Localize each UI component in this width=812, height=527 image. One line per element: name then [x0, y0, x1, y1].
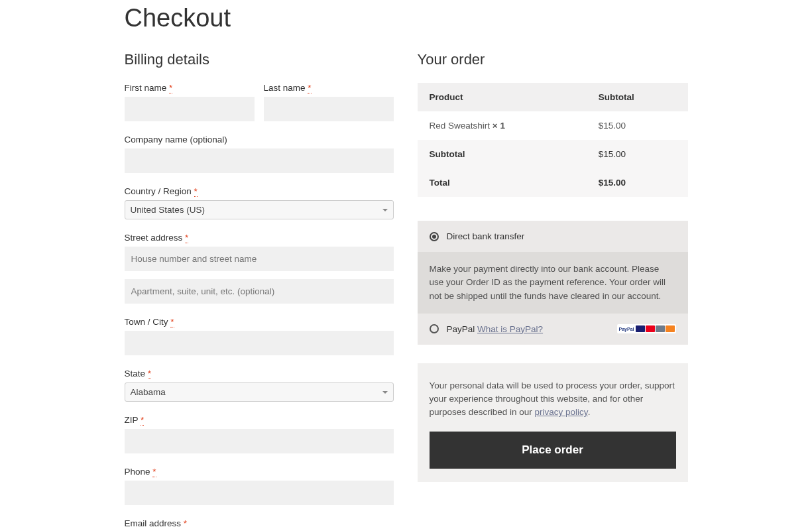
radio-icon[interactable] — [430, 232, 439, 241]
table-row: Red Sweatshirt × 1 $15.00 — [418, 111, 688, 140]
order-section: Your order Product Subtotal Red Sweatshi… — [418, 51, 688, 527]
street-field[interactable] — [125, 247, 394, 271]
state-label: State * — [125, 369, 394, 379]
place-order-button[interactable]: Place order — [430, 432, 676, 469]
payment-option-bank[interactable]: Direct bank transfer — [418, 221, 688, 252]
privacy-policy-link[interactable]: privacy policy — [535, 407, 588, 417]
radio-icon[interactable] — [430, 324, 439, 333]
country-select[interactable]: United States (US) — [125, 200, 394, 219]
payment-option-paypal[interactable]: PayPal What is PayPal? PayPal — [418, 314, 688, 345]
what-is-paypal-link[interactable]: What is PayPal? — [477, 324, 543, 334]
order-table: Product Subtotal Red Sweatshirt × 1 $15.… — [418, 83, 688, 197]
col-product: Product — [418, 83, 587, 111]
privacy-text: Your personal data will be used to proce… — [430, 379, 676, 420]
order-heading: Your order — [418, 51, 688, 68]
required-asterisk: * — [184, 518, 187, 527]
first-name-field[interactable] — [125, 97, 255, 121]
item-qty: × 1 — [493, 121, 505, 131]
item-name: Red Sweatshirt — [430, 121, 493, 131]
total-value: $15.00 — [587, 168, 688, 197]
amex-icon — [656, 325, 665, 332]
zip-label: ZIP * — [125, 415, 394, 425]
col-subtotal: Subtotal — [587, 83, 688, 111]
company-label: Company name (optional) — [125, 135, 394, 145]
total-row: Total $15.00 — [418, 168, 688, 197]
discover-icon — [666, 325, 675, 332]
paypal-label: PayPal — [447, 324, 478, 334]
bank-transfer-label: Direct bank transfer — [447, 231, 525, 241]
paypal-logo-icon: PayPal — [618, 327, 635, 331]
required-asterisk: * — [170, 317, 174, 327]
subtotal-row: Subtotal $15.00 — [418, 140, 688, 168]
payment-methods: Direct bank transfer Make your payment d… — [418, 221, 688, 345]
apartment-field[interactable] — [125, 279, 394, 304]
phone-field[interactable] — [125, 481, 394, 505]
last-name-field[interactable] — [264, 97, 394, 121]
country-label: Country / Region * — [125, 186, 394, 196]
bank-transfer-description: Make your payment directly into our bank… — [418, 252, 688, 314]
visa-icon — [636, 325, 645, 332]
total-label: Total — [418, 168, 587, 197]
city-field[interactable] — [125, 331, 394, 355]
required-asterisk: * — [152, 467, 156, 477]
phone-label: Phone * — [125, 467, 394, 477]
required-asterisk: * — [185, 233, 188, 243]
subtotal-label: Subtotal — [418, 140, 587, 168]
required-asterisk: * — [308, 83, 311, 93]
state-select[interactable]: Alabama — [125, 382, 394, 402]
billing-section: Billing details First name * Last name *… — [125, 51, 394, 527]
page-title: Checkout — [125, 4, 688, 32]
last-name-label: Last name * — [264, 83, 394, 93]
street-label: Street address * — [125, 233, 394, 243]
required-asterisk: * — [148, 369, 151, 379]
city-label: Town / City * — [125, 317, 394, 327]
mastercard-icon — [646, 325, 655, 332]
item-price: $15.00 — [587, 111, 688, 140]
country-value: United States (US) — [131, 205, 205, 215]
zip-field[interactable] — [125, 429, 394, 453]
required-asterisk: * — [194, 186, 198, 197]
payment-cards-icon: PayPal — [617, 324, 676, 333]
company-field[interactable] — [125, 148, 394, 173]
subtotal-value: $15.00 — [587, 140, 688, 168]
required-asterisk: * — [141, 415, 144, 426]
required-asterisk: * — [169, 83, 172, 93]
email-label: Email address * — [125, 518, 394, 527]
table-header-row: Product Subtotal — [418, 83, 688, 111]
privacy-box: Your personal data will be used to proce… — [418, 363, 688, 482]
billing-heading: Billing details — [125, 51, 394, 68]
state-value: Alabama — [131, 387, 166, 397]
first-name-label: First name * — [125, 83, 255, 93]
